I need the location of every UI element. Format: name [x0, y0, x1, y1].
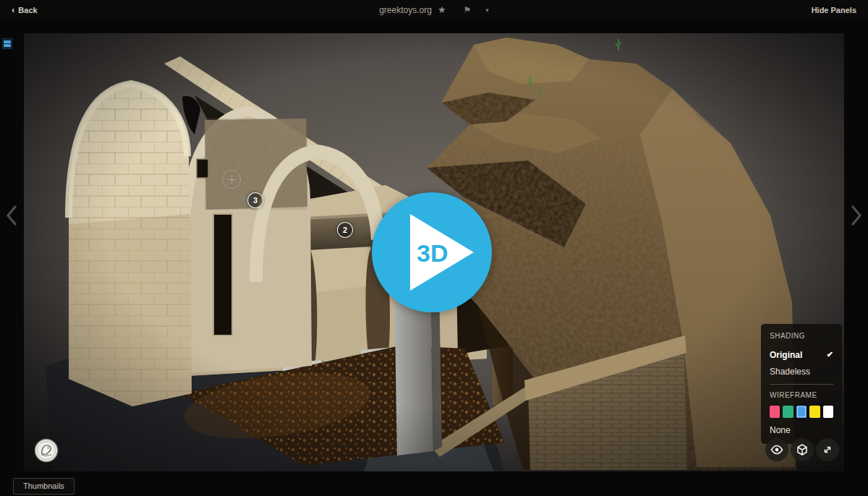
shading-option-shadeless[interactable]: Shadeless: [770, 363, 833, 380]
chevron-left-icon: ‹: [12, 5, 14, 14]
annotations-visibility-button[interactable]: [765, 438, 788, 461]
wireframe-swatch-blue[interactable]: [796, 406, 807, 418]
viewer-toolbar: [765, 438, 839, 461]
previous-model-button[interactable]: [1, 200, 22, 231]
thumbnail-list-toggle-icon[interactable]: [2, 38, 12, 49]
wireframe-color-swatches: [770, 406, 833, 418]
annotation-target-marker[interactable]: [222, 170, 241, 189]
shading-settings-panel: SHADING Original ✔ Shadeless WIREFRAME N…: [761, 324, 842, 444]
thumbnails-tab[interactable]: Thumbnails: [13, 478, 75, 495]
next-model-button[interactable]: [846, 200, 867, 231]
flag-icon[interactable]: ⚑: [464, 5, 472, 15]
annotation-2[interactable]: 2: [337, 222, 353, 238]
chevron-down-icon[interactable]: ▾: [485, 7, 489, 14]
wireframe-swatch-white[interactable]: [823, 406, 833, 418]
fullscreen-expand-icon: [821, 443, 834, 456]
annotation-3[interactable]: 3: [247, 192, 263, 208]
play-3d-label: 3D: [417, 239, 448, 267]
wireframe-swatch-green[interactable]: [783, 406, 793, 418]
wireframe-swatch-yellow[interactable]: [809, 406, 820, 418]
panel-divider: [770, 384, 833, 385]
viewer-window: greektoys.org ★ ⚑ ▾ ‹ Back Hide Panels: [0, 0, 868, 496]
check-icon: ✔: [827, 350, 833, 359]
author-avatar[interactable]: [34, 438, 59, 463]
favorite-star-icon[interactable]: ★: [438, 4, 446, 15]
top-bar: greektoys.org ★ ⚑ ▾ ‹ Back Hide Panels: [0, 0, 868, 20]
wireframe-section-title: WIREFRAME: [770, 391, 833, 399]
back-button[interactable]: ‹ Back: [12, 0, 38, 20]
greektoys-logo-icon: [34, 438, 59, 463]
cube-icon: [796, 443, 809, 456]
hide-panels-button[interactable]: Hide Panels: [812, 0, 856, 20]
model-settings-button[interactable]: [791, 438, 814, 461]
fullscreen-button[interactable]: [816, 438, 839, 461]
shading-option-original[interactable]: Original ✔: [770, 346, 833, 363]
model-canvas[interactable]: 3 2 3D SHADING Original: [24, 33, 844, 471]
play-3d-icon: 3D: [372, 192, 492, 312]
play-button[interactable]: 3D: [372, 192, 492, 312]
model-title-group: greektoys.org ★ ⚑ ▾: [0, 0, 868, 20]
chevron-left-icon: [6, 205, 17, 226]
bottom-bar: Thumbnails: [0, 471, 868, 496]
model-title: greektoys.org: [379, 5, 432, 15]
chevron-right-icon: [851, 205, 862, 226]
wireframe-swatch-pink[interactable]: [770, 406, 780, 418]
wireframe-option-none[interactable]: None: [770, 424, 833, 437]
middle-arch-wall: [184, 111, 312, 373]
back-label: Back: [18, 6, 37, 14]
front-wall: [69, 82, 192, 406]
shading-section-title: SHADING: [770, 332, 833, 340]
eye-icon: [770, 443, 783, 456]
